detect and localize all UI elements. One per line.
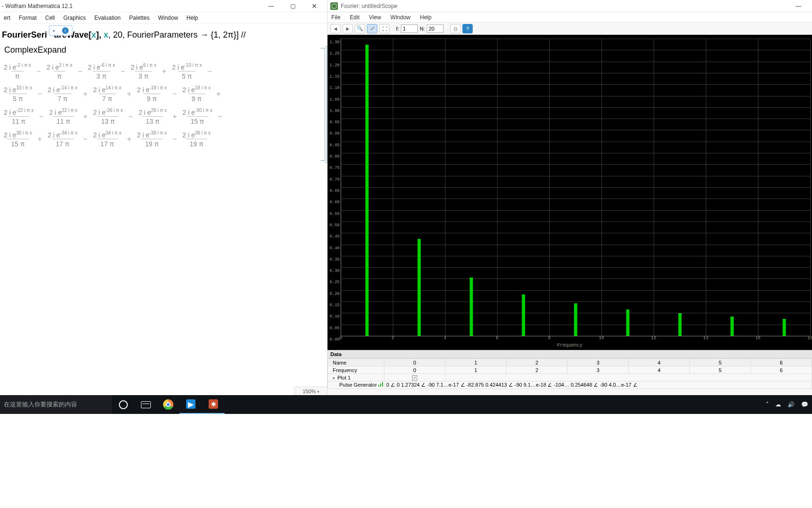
export-button[interactable]: ⎙ [450,24,461,33]
mathematica-titlebar[interactable]: - Wolfram Mathematica 12.1 — ▢ ✕ [0,0,327,12]
cell: 1 [445,366,507,374]
maximize-button[interactable]: ▢ [282,1,304,11]
col-header: 3 [568,359,629,366]
menu-cell[interactable]: Cell [45,15,55,21]
scope-window: Fourier: untitled/Scope — File Edit View… [328,0,812,395]
menu-palettes[interactable]: Palettes [129,15,149,21]
scope-menu-view[interactable]: View [369,14,381,21]
code-var: x [103,30,108,40]
system-tray[interactable]: ˄ ☁ 🔊 💬 [766,395,812,414]
minimize-button[interactable]: — [260,1,282,11]
name-header: Name [328,359,384,366]
cell-bracket[interactable] [320,48,325,161]
help-button[interactable]: ? [462,24,473,33]
scope-menu-window[interactable]: Window [390,14,411,21]
scope-plot[interactable]: 1.301.251.201.151.101.051.000.950.900.85… [328,35,812,350]
data-panel: Data Name 0 1 2 3 4 5 6 Frequency 0 1 2 … [328,350,812,395]
signal-icon [378,382,384,387]
f-label: f: [396,26,399,32]
cloud-icon[interactable]: ☁ [775,401,781,408]
video-app-button[interactable]: ▶ [180,395,202,414]
zoom-region-button[interactable]: ⤢ [367,24,377,33]
zoom-status[interactable]: 150% ▴ [294,387,327,395]
settings-app-button[interactable]: ✱ [202,395,225,414]
data-table: Name 0 1 2 3 4 5 6 Frequency 0 1 2 3 4 5… [328,358,812,389]
cortana-icon [119,400,128,409]
gear-icon: ✱ [209,399,218,409]
task-view-icon [141,401,151,408]
table-header-row: Name 0 1 2 3 4 5 6 [328,359,812,366]
scope-menu-edit[interactable]: Edit [350,14,359,21]
chevron-down-icon[interactable]: ▾ [53,28,55,33]
series-label: Pulse Generator [339,382,377,388]
menu-help[interactable]: Help [187,15,198,21]
cortana-button[interactable] [112,395,134,414]
plot-canvas[interactable] [341,39,810,336]
forward-button[interactable]: ► [343,24,353,33]
scope-menubar: File Edit View Window Help [328,12,812,23]
chrome-icon [163,399,173,410]
info-icon[interactable]: i [62,27,69,34]
f-input[interactable] [401,24,418,33]
notifications-icon[interactable]: 💬 [801,401,808,408]
zoom-up-icon[interactable]: ▴ [317,387,319,396]
output-cell: 2 i e-2 i π xπ−2 i e2 i π xπ−2 i e-6 i π… [2,62,325,149]
scope-menu-file[interactable]: File [331,14,340,21]
mathematica-menubar: ert Format Cell Graphics Evaluation Pale… [0,12,327,24]
menu-evaluation[interactable]: Evaluation [94,15,121,21]
tree-toggle-icon[interactable]: ▾ [333,376,337,381]
play-icon: ▶ [186,399,195,409]
frequency-row: Frequency 0 1 2 3 4 5 6 [328,366,812,374]
scope-menu-help[interactable]: Help [420,14,432,21]
notebook-content[interactable]: FourierSeri areWave[x], x, 20, FourierPa… [0,24,327,156]
col-header: 2 [507,359,568,366]
zoom-in-button[interactable]: 🔍 [355,24,365,33]
tray-chevron-icon[interactable]: ˄ [766,401,769,408]
x-axis-label: Frequency [557,343,582,348]
close-button[interactable]: ✕ [304,1,325,11]
back-button[interactable]: ◄ [330,24,341,33]
col-header: 1 [445,359,507,366]
menu-window[interactable]: Window [158,15,178,21]
menu-insert[interactable]: ert [4,15,10,21]
mathematica-window: - Wolfram Mathematica 12.1 — ▢ ✕ ert For… [0,0,328,395]
chrome-button[interactable] [157,395,180,414]
cell: 4 [629,366,690,374]
col-header: 4 [629,359,690,366]
plot-group-row[interactable]: ▾Plot 1 ✓ [328,374,812,381]
series-row[interactable]: Pulse Generator ✓ 0 ∠ 0 1.27324 ∠ -90 7.… [328,381,812,389]
autocomplete-popup[interactable]: ▾ i [49,25,72,36]
taskbar: 在这里输入你要搜索的内容 ▶ ✱ ˄ ☁ 🔊 💬 [0,395,812,414]
col-header: 5 [690,359,751,366]
mathematica-title: - Wolfram Mathematica 12.1 [2,3,260,9]
fit-button[interactable]: ⛶ [379,24,390,33]
cell: 3 [568,366,629,374]
scope-titlebar[interactable]: Fourier: untitled/Scope — [328,0,812,12]
scope-minimize-button[interactable]: — [788,1,809,11]
code-fragment: FourierSeri [2,30,47,40]
cell: 5 [690,366,751,374]
search-placeholder: 在这里输入你要搜索的内容 [4,400,77,409]
checkbox[interactable]: ✓ [412,375,417,381]
search-box[interactable]: 在这里输入你要搜索的内容 [0,395,112,414]
volume-icon[interactable]: 🔊 [788,401,795,408]
scope-title: Fourier: untitled/Scope [341,3,398,9]
x-axis: 024681012141618 [341,336,810,341]
cell-group-bracket[interactable] [325,46,327,163]
code-fragment: ], [96,30,103,40]
cell: 2 [507,366,568,374]
plot-label: Plot 1 [337,375,351,381]
code-var: x [91,30,96,40]
task-view-button[interactable] [134,395,157,414]
y-axis: 1.301.251.201.151.101.051.000.950.900.85… [328,39,341,332]
data-header: Data [328,350,812,358]
menu-graphics[interactable]: Graphics [63,15,86,21]
scope-app-icon [330,2,338,10]
col-header: 0 [384,359,445,366]
menu-format[interactable]: Format [19,15,37,21]
n-label: N: [420,26,425,32]
n-input[interactable] [427,24,444,33]
freq-label: Frequency [328,366,384,374]
cell: 0 [384,366,445,374]
col-header: 6 [751,359,812,366]
